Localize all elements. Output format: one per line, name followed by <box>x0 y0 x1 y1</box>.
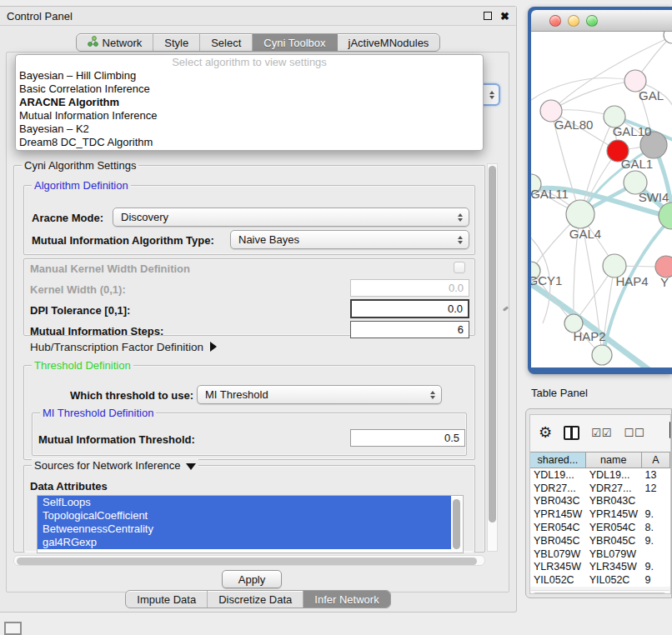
algorithm-dropdown-popup: Select algorithm to view settings Bayesi… <box>15 54 484 151</box>
algorithm-option[interactable]: ARACNE Algorithm <box>16 96 483 109</box>
table-row[interactable]: YBR045CYBR045C9. <box>530 534 670 548</box>
column-header-name[interactable]: name <box>586 452 642 468</box>
column-header-shared-name[interactable]: shared... <box>530 452 586 468</box>
zoom-traffic-light[interactable] <box>586 15 598 27</box>
table-cell: YPR145W <box>586 508 642 521</box>
attr-list-scrollbar[interactable] <box>451 497 462 553</box>
aracne-mode-combo[interactable]: Discovery <box>113 208 469 227</box>
network-canvas[interactable]: GALGAL80GAL10GAL1SWI4GAL11GAL4GCY1HAP4YH… <box>531 32 672 368</box>
network-node[interactable] <box>664 32 672 43</box>
control-panel-title: Control Panel <box>7 10 484 22</box>
tab-style[interactable]: Style <box>153 34 200 51</box>
collapsed-arrow-icon <box>210 342 217 352</box>
control-panel: Control Panel ✖ NetworkStyleSelectCyni T… <box>0 6 517 612</box>
table-horizontal-scrollbar[interactable] <box>531 590 669 594</box>
bottom-tabbar: Impute DataDiscretize DataInfer Network <box>0 590 516 608</box>
data-attribute-item-selected[interactable]: gal4RGexp <box>38 536 451 549</box>
apply-button[interactable]: Apply <box>222 570 282 588</box>
algorithm-option[interactable]: Bayesian – K2 <box>16 122 483 136</box>
table-row[interactable]: YBL079WYBL079W <box>530 548 670 561</box>
table-cell: YER054C <box>586 521 642 534</box>
algorithm-option[interactable]: Basic Correlation Inference <box>16 82 483 96</box>
algorithm-placeholder: Select algorithm to view settings <box>16 55 483 69</box>
data-attributes-list[interactable]: SelfLoopsTopologicalCoefficientBetweenne… <box>37 495 464 553</box>
settings-horizontal-scrollbar[interactable] <box>13 555 485 566</box>
hub-definition-toggle[interactable]: Hub/Transcription Factor Definition <box>30 341 217 353</box>
manual-kernel-width-checkbox[interactable] <box>454 262 465 273</box>
table-cell: YER054C <box>530 521 586 534</box>
table-row[interactable]: YBR043CYBR043C <box>530 495 670 508</box>
stepper-arrows-icon <box>458 213 463 222</box>
float-window-icon[interactable] <box>484 12 492 20</box>
table-row[interactable]: YDL19...YDL19...13 <box>530 468 670 482</box>
tab-jactivemnodules[interactable]: jActiveMNodules <box>338 34 440 51</box>
table-cell: 8. <box>641 521 670 534</box>
tab-label: Impute Data <box>137 593 196 606</box>
deselect-all-columns-icon[interactable]: ☐☐ <box>624 427 644 439</box>
stepper-arrows-icon <box>430 391 435 399</box>
algorithm-option[interactable]: Mutual Information Inference <box>16 109 483 122</box>
mi-algorithm-type-combo[interactable]: Naive Bayes <box>230 230 469 249</box>
node-label: Y <box>660 275 669 289</box>
tab-discretize-data[interactable]: Discretize Data <box>208 591 303 608</box>
data-attribute-item-selected[interactable]: SelfLoops <box>38 496 451 509</box>
dpi-tolerance-value: 0.0 <box>448 302 463 315</box>
close-traffic-light[interactable] <box>549 15 561 27</box>
table-cell: YIL052C <box>530 573 586 587</box>
table-row[interactable]: YIL052CYIL052C9 <box>530 573 670 587</box>
table-row[interactable]: YER054CYER054C8. <box>530 521 670 534</box>
collapsed-panel-icon[interactable] <box>4 622 22 635</box>
table-row[interactable]: YDR27...YDR27...12 <box>530 482 670 495</box>
table-toolbar: ⚙ ☑☑ ☐☐ <box>530 415 670 450</box>
columns-icon[interactable] <box>564 426 579 440</box>
tab-infer-network[interactable]: Infer Network <box>303 591 389 608</box>
network-node[interactable] <box>592 345 612 365</box>
network-window-titlebar[interactable] <box>531 10 672 32</box>
aracne-mode-label: Aracne Mode: <box>32 212 103 224</box>
table-panel-title: Table Panel <box>531 387 588 399</box>
algorithm-option[interactable]: Dream8 DC_TDC Algorithm <box>16 136 483 149</box>
data-attribute-item-selected[interactable]: BetweennessCentrality <box>38 522 451 536</box>
column-header-partial[interactable]: A <box>642 452 670 468</box>
new-table-icon[interactable] <box>669 422 671 438</box>
tab-network[interactable]: Network <box>77 34 154 51</box>
data-attribute-item-selected[interactable]: TopologicalCoefficient <box>38 509 451 522</box>
sources-title[interactable]: Sources for Network Inference <box>32 459 198 472</box>
mi-threshold-field[interactable]: 0.5 <box>350 429 465 447</box>
node-label: GAL1 <box>621 157 653 171</box>
network-view-window[interactable]: GALGAL80GAL10GAL1SWI4GAL11GAL4GCY1HAP4YH… <box>528 7 672 374</box>
table-cell: YLR345W <box>586 561 642 574</box>
tab-select[interactable]: Select <box>200 34 253 51</box>
control-panel-titlebar: Control Panel ✖ <box>0 7 516 26</box>
which-threshold-label: Which threshold to use: <box>70 389 193 402</box>
kernel-width-value: 0.0 <box>449 282 464 294</box>
algorithm-option[interactable]: Bayesian – Hill Climbing <box>16 69 483 82</box>
table-header-row: shared... name A <box>530 452 670 468</box>
dpi-tolerance-field[interactable]: 0.0 <box>350 299 469 318</box>
tab-cyni-toolbox[interactable]: Cyni Toolbox <box>253 34 337 51</box>
inference-algorithm-combo-fragment[interactable] <box>481 83 500 106</box>
tab-impute-data[interactable]: Impute Data <box>126 591 208 608</box>
table-row[interactable]: YLR345WYLR345W9. <box>530 561 670 574</box>
network-node-gal4[interactable] <box>566 200 594 228</box>
node-table: shared... name A YDL19...YDL19...13YDR27… <box>530 452 670 587</box>
kernel-width-field[interactable]: 0.0 <box>350 279 469 297</box>
mi-steps-field[interactable]: 6 <box>350 321 469 338</box>
node-label: GAL11 <box>531 187 569 201</box>
close-icon[interactable]: ✖ <box>500 11 509 22</box>
table-row[interactable]: YPR145WYPR145W9. <box>530 508 670 521</box>
manual-kernel-width-label: Manual Kernel Width Definition <box>30 262 190 275</box>
mi-steps-label: Mutual Information Steps: <box>30 325 163 338</box>
which-threshold-combo[interactable]: MI Threshold <box>197 385 442 404</box>
top-tabbar: NetworkStyleSelectCyni ToolboxjActiveMNo… <box>0 33 516 52</box>
network-tab-icon <box>88 36 98 49</box>
mi-threshold-label: Mutual Information Threshold: <box>38 433 195 446</box>
gear-icon[interactable]: ⚙ <box>539 425 552 440</box>
table-cell: YDL19... <box>530 468 586 482</box>
table-cell: 9 <box>641 573 670 587</box>
minimize-traffic-light[interactable] <box>568 15 579 27</box>
select-all-columns-icon[interactable]: ☑☑ <box>591 427 612 439</box>
algorithm-definition-title: Algorithm Definition <box>32 179 131 192</box>
settings-vertical-scrollbar[interactable] <box>487 163 498 552</box>
node-label: GAL4 <box>569 227 601 241</box>
